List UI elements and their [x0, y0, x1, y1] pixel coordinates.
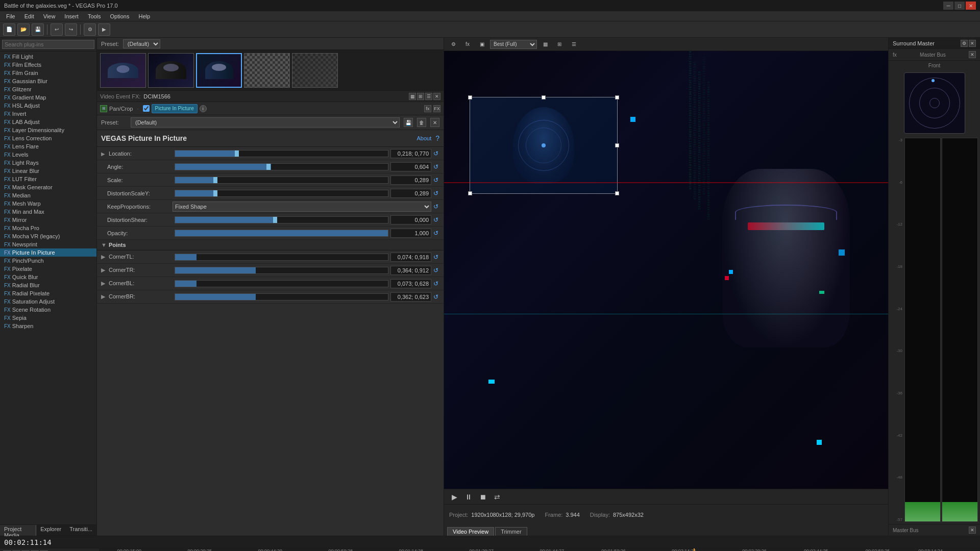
pause-button[interactable]: ⏸	[463, 492, 474, 502]
menu-options[interactable]: Options	[106, 12, 134, 20]
fx-item-median[interactable]: FXMedian	[0, 191, 96, 199]
param-ctr-reset[interactable]: ↺	[432, 267, 439, 274]
loop-button[interactable]: ⇄	[492, 492, 502, 502]
param-ds-reset[interactable]: ↺	[432, 216, 439, 223]
handle-bl[interactable]	[468, 191, 472, 195]
menu-help[interactable]: Help	[134, 12, 154, 20]
param-ctr-slider[interactable]	[175, 267, 388, 274]
preview-quality-select[interactable]: Best (Full) Good (Half) Draft (Quarter)	[490, 40, 537, 49]
param-ds-slider[interactable]	[175, 216, 388, 223]
fx-item-gradient-map[interactable]: FXGradient Map	[0, 93, 96, 102]
fx-item-sepia[interactable]: FXSepia	[0, 314, 96, 322]
thumbnail-1[interactable]	[100, 53, 146, 88]
menu-file[interactable]: File	[2, 12, 19, 20]
param-cbr-reset[interactable]: ↺	[432, 293, 439, 300]
save-button[interactable]: 💾	[32, 23, 44, 36]
vefx-close-btn[interactable]: ✕	[433, 93, 440, 100]
param-ctl-slider[interactable]	[175, 254, 388, 261]
fx-item-sharpen[interactable]: FXSharpen	[0, 322, 96, 330]
playhead[interactable]	[694, 548, 695, 551]
stop-button[interactable]: ⏹	[478, 492, 488, 502]
thumbnail-4[interactable]	[244, 53, 290, 88]
preview-fx-btn[interactable]: fx	[461, 38, 474, 51]
surround-settings-btn[interactable]: ⚙	[961, 40, 968, 47]
handle-br[interactable]	[615, 191, 619, 195]
tab-explorer[interactable]: Explorer	[36, 525, 65, 536]
maximize-button[interactable]: □	[954, 2, 965, 10]
play-button[interactable]: ▶	[449, 492, 459, 502]
fx-search-input[interactable]	[2, 40, 94, 49]
param-location-slider[interactable]	[175, 150, 388, 157]
fx-item-mirror[interactable]: FXMirror	[0, 216, 96, 224]
tab-video-preview[interactable]: Video Preview	[447, 527, 494, 536]
menu-insert[interactable]: Insert	[60, 12, 83, 20]
fx-item-invert[interactable]: FXInvert	[0, 110, 96, 118]
fx-item-mocha-pro[interactable]: FXMocha Pro	[0, 224, 96, 232]
redo-button[interactable]: ↪	[65, 23, 77, 36]
fx-item-lens-flare[interactable]: FXLens Flare	[0, 142, 96, 151]
fx-item-quick-blur[interactable]: FXQuick Blur	[0, 273, 96, 281]
fx-item-linear-blur[interactable]: FXLinear Blur	[0, 167, 96, 175]
menu-view[interactable]: View	[39, 12, 60, 20]
param-opacity-reset[interactable]: ↺	[432, 230, 439, 237]
thumbnail-5[interactable]	[292, 53, 338, 88]
param-angle-reset[interactable]: ↺	[432, 163, 439, 170]
close-button[interactable]: ✕	[966, 2, 976, 10]
pip-info-btn[interactable]: i	[200, 105, 207, 112]
fx-item-gaussian-blur[interactable]: FXGaussian Blur	[0, 77, 96, 85]
param-dsy-reset[interactable]: ↺	[432, 190, 439, 197]
render-button[interactable]: ▶	[98, 23, 110, 36]
ch-btn-1[interactable]: ✕	[969, 51, 976, 58]
fx-item-radial-blur[interactable]: FXRadial Blur	[0, 281, 96, 289]
fx-item-mocha-vr[interactable]: FXMocha VR (legacy)	[0, 232, 96, 240]
fx-item-newsprint[interactable]: FXNewsprint	[0, 240, 96, 248]
pip-preset-close[interactable]: ✕	[430, 118, 439, 127]
param-scale-slider[interactable]	[175, 177, 388, 184]
handle-rm[interactable]	[615, 143, 619, 147]
fx-item-pinch[interactable]: FXPinch/Punch	[0, 257, 96, 265]
param-dsy-slider[interactable]	[175, 190, 388, 197]
fx-item-light-rays[interactable]: FXLight Rays	[0, 159, 96, 167]
thumbnail-3[interactable]	[196, 53, 242, 88]
preview-menu-btn[interactable]: ☰	[568, 38, 580, 51]
fx-item-saturation[interactable]: FXSaturation Adjust	[0, 297, 96, 306]
preview-grid-btn[interactable]: ▣	[476, 38, 488, 51]
new-button[interactable]: 📄	[3, 23, 15, 36]
open-button[interactable]: 📂	[17, 23, 30, 36]
minimize-button[interactable]: ─	[943, 2, 953, 10]
menu-tools[interactable]: Tools	[84, 12, 105, 20]
fx-item-mask-generator[interactable]: FXMask Generator	[0, 183, 96, 191]
preview-layout-btn[interactable]: ▦	[539, 38, 551, 51]
param-cbl-reset[interactable]: ↺	[432, 280, 439, 287]
param-scale-reset[interactable]: ↺	[432, 177, 439, 184]
tab-transitions[interactable]: Transiti...	[65, 525, 96, 536]
fx-item-lut-filter[interactable]: FXLUT Filter	[0, 175, 96, 183]
menu-edit[interactable]: Edit	[20, 12, 38, 20]
fx-item-radial-pixelate[interactable]: FXRadial Pixelate	[0, 289, 96, 297]
param-angle-slider[interactable]	[175, 163, 388, 170]
fx-item-glitzenr[interactable]: FXGlitzenr	[0, 85, 96, 93]
points-section-header[interactable]: ▼ Points	[97, 240, 444, 251]
fx-item-lab-adjust[interactable]: FXLAB Adjust	[0, 118, 96, 126]
fx-item-mesh-warp[interactable]: FXMesh Warp	[0, 199, 96, 208]
vefx-menu-btn[interactable]: ☰	[425, 93, 432, 100]
handle-tm[interactable]	[542, 95, 546, 99]
pip-preset-save[interactable]: 💾	[404, 118, 413, 127]
fx-item-lens-correction[interactable]: FXLens Correction	[0, 134, 96, 142]
preview-settings-btn[interactable]: ⚙	[447, 38, 459, 51]
fx-item-fill-light[interactable]: FXFill Light	[0, 53, 96, 61]
param-location[interactable]: ▶ Location: 0,218; 0,770 ↺	[97, 147, 444, 160]
preview-split-btn[interactable]: ⊞	[553, 38, 566, 51]
param-kp-reset[interactable]: ↺	[432, 203, 439, 210]
param-cbr-slider[interactable]	[175, 293, 388, 300]
param-ctl-reset[interactable]: ↺	[432, 254, 439, 261]
pip-about-btn[interactable]: About	[416, 135, 431, 141]
pip-checkbox[interactable]	[143, 105, 150, 112]
param-opacity-slider[interactable]	[175, 230, 388, 237]
param-cbl-slider[interactable]	[175, 280, 388, 287]
settings-button[interactable]: ⚙	[84, 23, 96, 36]
fx-item-min-max[interactable]: FXMin and Max	[0, 208, 96, 216]
vefx-grid-btn-1[interactable]: ▦	[409, 93, 416, 100]
fx-item-levels[interactable]: FXLevels	[0, 151, 96, 159]
vefx-grid-btn-2[interactable]: ⊞	[417, 93, 424, 100]
